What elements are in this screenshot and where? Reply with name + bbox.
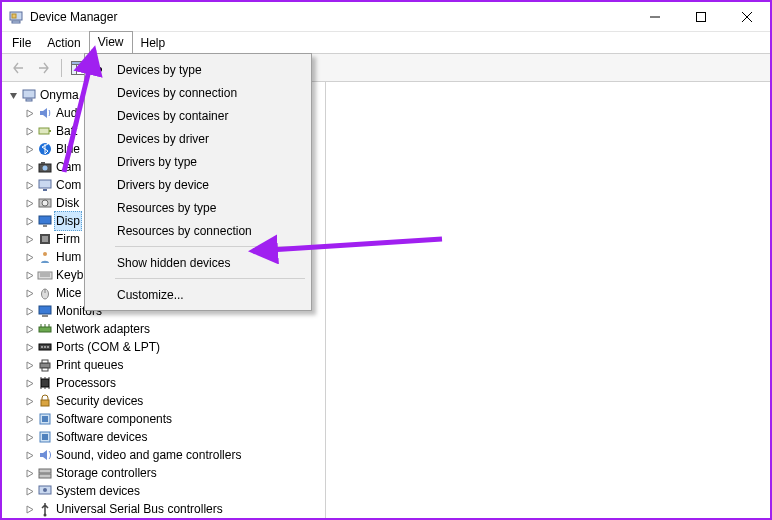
tree-node-label: Disk <box>56 194 79 212</box>
expand-icon[interactable] <box>22 106 36 120</box>
display-icon <box>37 213 53 229</box>
sound-icon <box>37 447 53 463</box>
computer-icon <box>37 177 53 193</box>
svg-rect-21 <box>41 162 45 164</box>
svg-rect-9 <box>72 64 77 74</box>
minimize-button[interactable] <box>632 2 678 32</box>
view-menu-item[interactable]: Devices by type <box>85 58 311 81</box>
back-button[interactable] <box>6 56 30 80</box>
expand-icon[interactable] <box>22 214 36 228</box>
svg-rect-62 <box>39 474 51 478</box>
radio-bullet-icon <box>97 67 102 72</box>
menubar: FileActionViewHelp <box>2 32 770 54</box>
expand-icon[interactable] <box>22 124 36 138</box>
close-button[interactable] <box>724 2 770 32</box>
view-menu-item[interactable]: Drivers by type <box>85 150 311 173</box>
expand-icon[interactable] <box>22 376 36 390</box>
view-menu-item[interactable]: Show hidden devices <box>85 251 311 274</box>
monitor-icon <box>37 303 53 319</box>
svg-rect-37 <box>42 315 48 317</box>
battery-icon <box>37 123 53 139</box>
collapse-icon[interactable] <box>6 88 20 102</box>
tree-node-label: Universal Serial Bus controllers <box>56 500 223 518</box>
expand-icon[interactable] <box>22 358 36 372</box>
tree-node-label: Com <box>56 176 81 194</box>
tree-node[interactable]: System devices <box>22 482 325 500</box>
tree-node[interactable]: Security devices <box>22 392 325 410</box>
titlebar: Device Manager <box>2 2 770 32</box>
svg-point-45 <box>47 346 49 348</box>
tree-node-label: Blue <box>56 140 80 158</box>
human-icon <box>37 249 53 265</box>
expand-icon[interactable] <box>22 340 36 354</box>
menu-separator <box>115 278 305 279</box>
menu-help[interactable]: Help <box>133 32 174 53</box>
view-menu-item[interactable]: Resources by type <box>85 196 311 219</box>
tree-node-label: Batt <box>56 122 77 140</box>
tree-node[interactable]: Ports (COM & LPT) <box>22 338 325 356</box>
svg-rect-46 <box>40 363 50 368</box>
expand-icon[interactable] <box>22 178 36 192</box>
view-menu-item[interactable]: Resources by connection <box>85 219 311 242</box>
tree-node-label: Sound, video and game controllers <box>56 446 241 464</box>
svg-rect-58 <box>42 416 48 422</box>
view-menu-item[interactable]: Customize... <box>85 283 311 306</box>
view-menu-item[interactable]: Devices by driver <box>85 127 311 150</box>
view-menu-item[interactable]: Devices by container <box>85 104 311 127</box>
menu-item-label: Devices by type <box>117 63 202 77</box>
tree-node[interactable]: Software components <box>22 410 325 428</box>
svg-rect-38 <box>39 327 51 332</box>
view-menu-dropdown: Devices by typeDevices by connectionDevi… <box>84 53 312 311</box>
expand-icon[interactable] <box>22 322 36 336</box>
expand-icon[interactable] <box>22 502 36 516</box>
expand-icon[interactable] <box>22 412 36 426</box>
expand-icon[interactable] <box>22 196 36 210</box>
tree-node[interactable]: Sound, video and game controllers <box>22 446 325 464</box>
expand-icon[interactable] <box>22 430 36 444</box>
tree-node-label: Aud <box>56 104 77 122</box>
tree-node-label: Mice <box>56 284 81 302</box>
expand-icon[interactable] <box>22 232 36 246</box>
svg-rect-23 <box>43 189 47 191</box>
view-menu-item[interactable]: Devices by connection <box>85 81 311 104</box>
svg-rect-47 <box>42 360 48 363</box>
menu-file[interactable]: File <box>4 32 39 53</box>
svg-rect-1 <box>12 21 20 23</box>
expand-icon[interactable] <box>22 466 36 480</box>
expand-icon[interactable] <box>22 394 36 408</box>
port-icon <box>37 339 53 355</box>
expand-icon[interactable] <box>22 160 36 174</box>
tree-node-label: Security devices <box>56 392 143 410</box>
menu-view[interactable]: View <box>89 31 133 53</box>
audio-icon <box>37 105 53 121</box>
menu-action[interactable]: Action <box>39 32 88 53</box>
menu-item-label: Show hidden devices <box>117 256 230 270</box>
security-icon <box>37 393 53 409</box>
svg-point-20 <box>43 166 48 171</box>
forward-button[interactable] <box>32 56 56 80</box>
svg-rect-56 <box>41 400 49 406</box>
view-menu-item[interactable]: Drivers by device <box>85 173 311 196</box>
tree-node[interactable]: Software devices <box>22 428 325 446</box>
tree-node[interactable]: Network adapters <box>22 320 325 338</box>
tree-node-label: Software components <box>56 410 172 428</box>
software-icon <box>37 429 53 445</box>
expand-icon[interactable] <box>22 268 36 282</box>
menu-item-label: Resources by connection <box>117 224 252 238</box>
printer-icon <box>37 357 53 373</box>
tree-node[interactable]: Processors <box>22 374 325 392</box>
expand-icon[interactable] <box>22 142 36 156</box>
tree-node[interactable]: Storage controllers <box>22 464 325 482</box>
svg-point-30 <box>43 252 47 256</box>
svg-rect-49 <box>41 379 49 387</box>
tree-node[interactable]: Print queues <box>22 356 325 374</box>
svg-rect-14 <box>23 90 35 98</box>
expand-icon[interactable] <box>22 286 36 300</box>
expand-icon[interactable] <box>22 304 36 318</box>
menu-item-label: Devices by driver <box>117 132 209 146</box>
expand-icon[interactable] <box>22 448 36 462</box>
expand-icon[interactable] <box>22 484 36 498</box>
tree-node[interactable]: Universal Serial Bus controllers <box>22 500 325 518</box>
maximize-button[interactable] <box>678 2 724 32</box>
expand-icon[interactable] <box>22 250 36 264</box>
